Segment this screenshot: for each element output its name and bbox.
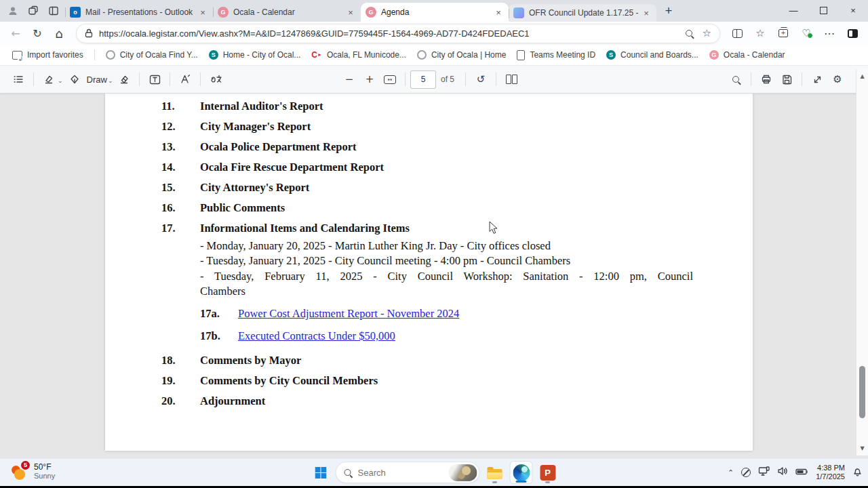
vertical-scrollbar[interactable]: ▲ ▼ bbox=[856, 69, 868, 455]
settings-more-icon[interactable]: ⋯ bbox=[819, 24, 840, 43]
favorite-favicon: C bbox=[311, 50, 322, 60]
read-aloud-icon[interactable] bbox=[205, 69, 226, 89]
favorite-favicon bbox=[417, 50, 427, 60]
pdf-settings-gear-icon[interactable]: ⚙ bbox=[827, 69, 848, 89]
agenda-line: 13. Ocala Police Department Report bbox=[161, 137, 693, 157]
copilot-sidebar-icon[interactable] bbox=[842, 24, 863, 43]
highlighter-dropdown-icon[interactable]: ⌄ bbox=[58, 77, 63, 84]
browser-tab[interactable]: G Agenda × bbox=[361, 3, 509, 22]
fit-to-width-icon[interactable]: ↔ bbox=[380, 69, 400, 89]
powerpoint-icon: P bbox=[540, 465, 555, 481]
pdf-viewer[interactable]: 11. Internal Auditor's Report 12. City M… bbox=[0, 94, 868, 458]
agenda-item-number: 17a. bbox=[200, 306, 238, 322]
browser-tab[interactable]: G Ocala - Calendar × bbox=[213, 3, 361, 22]
favorites-hub-icon[interactable]: ☆ bbox=[750, 24, 770, 43]
agenda-link[interactable]: Executed Contracts Under $50,000 bbox=[238, 328, 395, 344]
restore-button[interactable] bbox=[808, 0, 838, 20]
home-icon[interactable]: ⌂ bbox=[49, 24, 69, 43]
browser-tab[interactable]: OFR Council Update 1.17.25 - Pre × bbox=[509, 4, 656, 22]
weather-widget[interactable]: 5 50°F Sunny bbox=[7, 461, 59, 482]
page-view-icon[interactable] bbox=[501, 69, 521, 89]
start-button[interactable] bbox=[309, 461, 332, 484]
highlighter-icon[interactable] bbox=[39, 69, 59, 89]
url-text: https://ocala.legistar.com/View.ashx?M=A… bbox=[99, 28, 680, 39]
tab-close-icon[interactable]: × bbox=[493, 7, 504, 18]
import-icon bbox=[12, 51, 22, 60]
agenda-line: - Tuesday, February 11, 2025 - City Coun… bbox=[161, 269, 693, 284]
favorite-item[interactable]: G Ocala - Calendar bbox=[704, 47, 791, 62]
file-explorer-button[interactable] bbox=[484, 461, 507, 484]
zoom-page-icon[interactable] bbox=[686, 27, 692, 39]
eraser-icon[interactable] bbox=[114, 69, 134, 89]
table-of-contents-icon[interactable] bbox=[8, 69, 28, 89]
favorite-item[interactable]: C Ocala, FL Municode... bbox=[306, 47, 412, 62]
notification-bell-icon[interactable] bbox=[852, 466, 863, 479]
save-icon[interactable] bbox=[776, 69, 797, 89]
favorite-favicon bbox=[106, 50, 115, 60]
back-icon[interactable]: ← bbox=[5, 24, 26, 43]
tab-close-icon[interactable]: × bbox=[641, 7, 652, 18]
favorite-item[interactable]: S Home - City of Ocal... bbox=[203, 47, 307, 62]
print-icon[interactable] bbox=[756, 69, 776, 89]
powerpoint-button[interactable]: P bbox=[536, 461, 559, 484]
fullscreen-icon[interactable] bbox=[807, 69, 827, 89]
favorite-item[interactable]: S Council and Boards... bbox=[601, 47, 704, 62]
favorite-item[interactable]: City of Ocala Find Y... bbox=[100, 47, 203, 62]
clock[interactable]: 4:38 PM 1/7/2025 bbox=[816, 464, 845, 482]
close-button[interactable]: × bbox=[838, 0, 868, 20]
divider bbox=[94, 49, 95, 60]
browser-essentials-icon[interactable]: ♡ bbox=[796, 24, 816, 43]
onedrive-paused-icon[interactable] bbox=[741, 468, 751, 477]
scrollbar-thumb[interactable] bbox=[859, 366, 865, 418]
import-favorites-button[interactable]: Import favorites bbox=[7, 47, 89, 62]
tab-close-icon[interactable]: × bbox=[197, 7, 208, 18]
collections-icon[interactable]: + bbox=[773, 24, 793, 43]
browser-tab[interactable]: o Mail - Presentations - Outlook × bbox=[65, 3, 213, 22]
tab-favicon: G bbox=[218, 7, 229, 18]
refresh-icon[interactable]: ↻ bbox=[27, 24, 47, 43]
agenda-line: 17b. Executed Contracts Under $50,000 bbox=[161, 328, 693, 344]
tab-close-icon[interactable]: × bbox=[345, 7, 356, 18]
zoom-out-icon[interactable]: − bbox=[339, 69, 359, 89]
split-screen-icon[interactable] bbox=[727, 24, 747, 43]
add-text-icon[interactable] bbox=[175, 69, 195, 89]
favorite-this-page-icon[interactable]: ☆ bbox=[703, 27, 711, 39]
minimize-button[interactable]: — bbox=[778, 0, 808, 20]
new-tab-button[interactable]: + bbox=[659, 1, 678, 20]
agenda-item-number: 16. bbox=[161, 198, 200, 218]
favorite-item[interactable]: Teams Meeting ID bbox=[511, 47, 601, 63]
text-box-icon[interactable] bbox=[144, 69, 165, 89]
favorite-item[interactable]: City of Ocala | Home bbox=[412, 47, 511, 62]
rotate-icon[interactable]: ↺ bbox=[471, 69, 491, 89]
workspaces-icon[interactable] bbox=[24, 2, 42, 20]
zoom-in-icon[interactable]: + bbox=[359, 69, 380, 89]
scroll-up-icon[interactable]: ▲ bbox=[856, 73, 868, 79]
edge-button[interactable] bbox=[510, 461, 533, 484]
address-bar[interactable]: https://ocala.legistar.com/View.ashx?M=A… bbox=[76, 24, 720, 43]
agenda-line: - Monday, January 20, 2025 - Martin Luth… bbox=[161, 239, 693, 253]
agenda-item-text: Chambers bbox=[200, 284, 245, 299]
favorite-label: Ocala - Calendar bbox=[724, 50, 785, 60]
volume-icon[interactable] bbox=[777, 466, 788, 479]
network-icon[interactable] bbox=[758, 466, 770, 479]
draw-label[interactable]: Draw bbox=[87, 75, 107, 85]
agenda-item-number: 12. bbox=[161, 117, 200, 137]
draw-dropdown-icon[interactable]: ⌄ bbox=[108, 77, 113, 84]
tab-search-icon[interactable] bbox=[45, 2, 62, 20]
agenda-item-text: - Monday, January 20, 2025 - Martin Luth… bbox=[200, 239, 551, 253]
lock-icon[interactable] bbox=[85, 28, 93, 38]
search-input[interactable] bbox=[357, 467, 433, 479]
search-document-icon[interactable] bbox=[726, 69, 746, 89]
agenda-link[interactable]: Power Cost Adjustment Report - November … bbox=[238, 306, 459, 322]
bing-daily-image[interactable] bbox=[449, 464, 477, 481]
battery-icon[interactable] bbox=[795, 466, 808, 479]
hidden-icons-chevron[interactable]: ⌃ bbox=[728, 468, 734, 477]
agenda-item-number: 19. bbox=[161, 371, 200, 391]
profile-icon[interactable] bbox=[4, 2, 22, 20]
favorite-label: Ocala, FL Municode... bbox=[327, 50, 406, 60]
taskbar-search[interactable] bbox=[336, 462, 480, 483]
scroll-down-icon[interactable]: ▼ bbox=[856, 445, 868, 451]
draw-pen-icon[interactable] bbox=[64, 69, 85, 89]
tab-title: Mail - Presentations - Outlook bbox=[85, 7, 195, 17]
page-number-input[interactable] bbox=[410, 70, 436, 89]
